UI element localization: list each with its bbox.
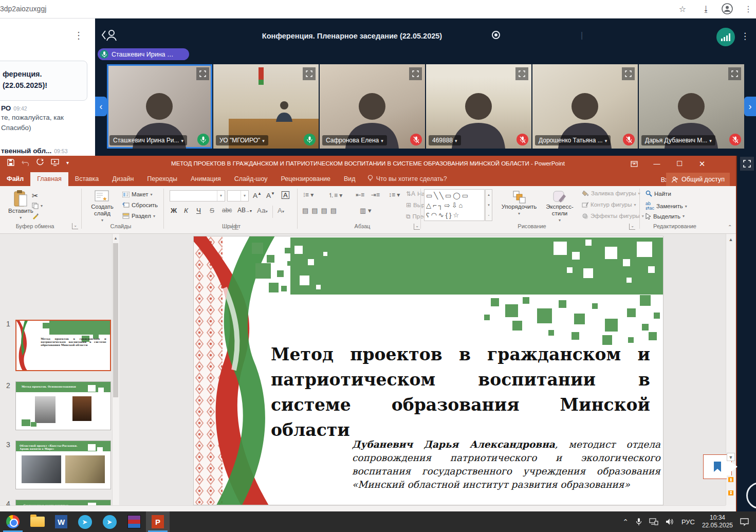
- tab-home[interactable]: Главная: [30, 172, 68, 186]
- tell-me-search[interactable]: Что вы хотите сделать?: [362, 175, 452, 186]
- slide-thumbnail-1[interactable]: Метод проектов в гражданском и патриотич…: [15, 320, 111, 371]
- shrink-font-icon[interactable]: А▼: [266, 191, 275, 199]
- replace-button[interactable]: ab⇄acЗаменить▾: [646, 201, 687, 211]
- taskbar-telegram2-icon[interactable]: ➤: [98, 511, 121, 532]
- tab-animations[interactable]: Анимация: [184, 172, 228, 186]
- change-case-button[interactable]: Аа▾: [257, 207, 268, 214]
- previous-slide-icon[interactable]: ⏫: [727, 475, 735, 484]
- shape-fill-button[interactable]: Заливка фигуры▾: [582, 190, 640, 196]
- participant-tile[interactable]: Дарья Дубаневич М...▾: [639, 64, 744, 149]
- tab-review[interactable]: Рецензирование: [274, 172, 337, 186]
- quick-styles-button[interactable]: Экспресс-стили▾: [541, 190, 579, 224]
- active-speaker-pill[interactable]: Сташкевич Ирина …: [98, 48, 189, 60]
- font-color-button[interactable]: А▾: [278, 207, 284, 214]
- bookmark-star-icon[interactable]: ☆: [676, 3, 689, 15]
- strikethrough-button[interactable]: S: [210, 207, 214, 214]
- participant-name-label[interactable]: УО "МГОИРО"▾: [216, 135, 268, 145]
- find-button[interactable]: Найти: [646, 190, 671, 197]
- participant-name-label[interactable]: Дарья Дубаневич М...▾: [641, 135, 715, 145]
- taskbar-telegram-icon[interactable]: ➤: [73, 511, 97, 532]
- slide-author-text[interactable]: Дубаневич Дарья Александровна, методист …: [352, 438, 660, 491]
- participant-tile[interactable]: 469888▾: [426, 64, 531, 149]
- reset-button[interactable]: Сбросить: [122, 202, 158, 208]
- browser-url-text[interactable]: 3dp2aiozuxggj: [0, 5, 46, 13]
- align-buttons[interactable]: ▤▤▤▤: [302, 207, 340, 214]
- download-icon[interactable]: ⭳: [700, 3, 712, 15]
- mic-muted-icon[interactable]: [729, 134, 741, 145]
- shape-outline-button[interactable]: Контур фигуры▾: [582, 201, 636, 208]
- mic-on-icon[interactable]: [197, 134, 209, 145]
- tile-fullscreen-icon[interactable]: [196, 67, 209, 80]
- numbering-icon[interactable]: ⒈≡ ▾: [328, 191, 342, 200]
- participant-name-label[interactable]: Сафронова Елена▾: [322, 135, 387, 145]
- thumbnail-scrollbar-thumb[interactable]: [113, 243, 118, 397]
- thumbnail-scrollbar-up-icon[interactable]: ▲: [113, 235, 119, 242]
- mic-muted-icon[interactable]: [517, 134, 528, 145]
- tray-clock[interactable]: 10:34 22.05.2025: [702, 514, 733, 529]
- connection-quality-icon[interactable]: [716, 28, 735, 46]
- bullets-icon[interactable]: ⁝≡ ▾: [303, 191, 314, 198]
- italic-button[interactable]: К: [184, 207, 188, 214]
- new-slide-button[interactable]: Создать слайд▾: [86, 190, 118, 224]
- participant-name-label[interactable]: Дорошенко Татьяна ...▾: [535, 135, 611, 145]
- tile-fullscreen-icon[interactable]: [303, 67, 316, 80]
- tab-insert[interactable]: Вставка: [68, 172, 105, 186]
- mic-on-icon[interactable]: [304, 134, 316, 145]
- profile-avatar-icon[interactable]: [722, 3, 734, 15]
- slide-thumbnail-3[interactable]: Областной проект «Квесты-Раскопки. Архив…: [15, 441, 111, 489]
- shapes-gallery[interactable]: ▭╲╲▭◯▭ △⌐┐⇨⇩⌂ ʕ◠∿{}☆: [424, 189, 485, 221]
- arrange-button[interactable]: Упорядочить▾: [497, 190, 541, 217]
- shape-effects-button[interactable]: Эффекты фигуры▾: [582, 213, 644, 219]
- participant-name-label[interactable]: 469888▾: [429, 135, 461, 145]
- tile-fullscreen-icon[interactable]: [728, 67, 741, 80]
- character-spacing-button[interactable]: АВ↔▾: [237, 207, 252, 214]
- tab-slideshow[interactable]: Слайд-шоу: [228, 172, 274, 186]
- paste-button[interactable]: Вставить▾: [8, 190, 33, 221]
- participant-name-label[interactable]: Сташкевич Ирина Ри...▾: [109, 135, 187, 145]
- tab-file[interactable]: Файл: [0, 172, 30, 186]
- mic-muted-icon[interactable]: [410, 134, 422, 145]
- taskbar-powerpoint-icon[interactable]: P: [146, 511, 170, 532]
- tray-notifications-icon[interactable]: [740, 518, 749, 526]
- browser-menu-kebab-icon[interactable]: ⋮: [742, 3, 754, 15]
- tab-design[interactable]: Дизайн: [105, 172, 140, 186]
- font-size-combo[interactable]: ▾: [227, 190, 249, 201]
- tray-chevron-icon[interactable]: ⌃: [622, 518, 629, 526]
- scroll-up-icon[interactable]: ▲: [727, 235, 735, 244]
- tile-fullscreen-icon[interactable]: [622, 67, 635, 80]
- grow-font-icon[interactable]: А▲: [253, 191, 262, 199]
- chat-pinned-card[interactable]: ференция. (22.05.2025)!: [0, 61, 87, 101]
- participants-next-button[interactable]: ›: [744, 97, 756, 116]
- taskbar-winrar-icon[interactable]: [122, 511, 146, 532]
- scroll-down-icon[interactable]: ▼: [727, 453, 735, 461]
- next-slide-icon[interactable]: ⏬: [727, 489, 735, 497]
- line-spacing-icon[interactable]: ↕≡ ▾: [389, 191, 400, 198]
- participant-tile[interactable]: Сташкевич Ирина Ри...▾: [107, 64, 212, 149]
- maximize-button[interactable]: ☐: [668, 156, 691, 172]
- ribbon-display-options-icon[interactable]: [623, 156, 646, 172]
- section-button[interactable]: Раздел▾: [122, 213, 155, 219]
- tray-microphone-icon[interactable]: [636, 518, 642, 526]
- close-button[interactable]: ✕: [691, 156, 713, 172]
- share-button[interactable]: Общий доступ: [666, 173, 730, 186]
- slide-title-text[interactable]: Метод проектов в гражданском и патриотич…: [271, 342, 650, 443]
- taskbar-chrome-icon[interactable]: [1, 511, 25, 532]
- shapes-gallery-scrollbar[interactable]: ▴▾⹀: [485, 189, 492, 221]
- format-painter-icon[interactable]: [32, 213, 39, 219]
- copy-icon[interactable]: ▾: [32, 203, 43, 209]
- horizontal-scrollbar-strip[interactable]: [0, 505, 726, 511]
- tile-fullscreen-icon[interactable]: [515, 67, 528, 80]
- minimize-button[interactable]: —: [646, 156, 668, 172]
- increase-indent-icon[interactable]: ⇥≡: [371, 191, 380, 198]
- layout-button[interactable]: Макет▾: [122, 191, 153, 197]
- tab-transitions[interactable]: Переходы: [140, 172, 184, 186]
- conference-menu-kebab-icon[interactable]: ⋮: [741, 31, 749, 42]
- slide-thumbnail-2[interactable]: Метод проектов. Основоположники: [15, 381, 111, 430]
- tile-fullscreen-icon[interactable]: [409, 67, 422, 80]
- taskbar-explorer-icon[interactable]: [26, 511, 49, 532]
- text-shadow-button[interactable]: abc: [222, 207, 232, 214]
- tray-language[interactable]: РУС: [681, 518, 695, 526]
- participants-prev-button[interactable]: ‹: [95, 97, 107, 116]
- participant-tile[interactable]: Сафронова Елена▾: [320, 64, 425, 149]
- columns-icon[interactable]: ▥ ▾: [360, 207, 371, 214]
